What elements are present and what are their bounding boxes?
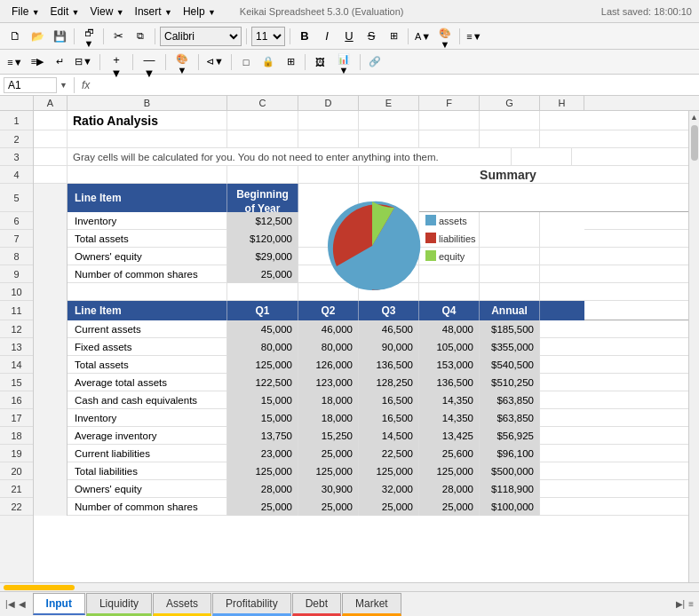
row-num-18[interactable]: 18 — [0, 427, 33, 445]
row-num-19[interactable]: 19 — [0, 445, 33, 462]
col-header-h[interactable]: H — [540, 96, 584, 110]
cell-b13[interactable]: Fixed assets — [68, 338, 227, 356]
row-num-7[interactable]: 7 — [0, 230, 33, 248]
cell-g15[interactable]: 136,500 — [419, 374, 480, 391]
cell-g1[interactable] — [480, 111, 540, 130]
cell-d19[interactable]: 23,000 — [227, 445, 298, 462]
col-header-f[interactable]: F — [419, 96, 480, 110]
cell-b9[interactable]: Number of common shares — [68, 265, 227, 283]
image-btn[interactable]: 🖼 — [310, 52, 330, 72]
cell-d4[interactable] — [298, 166, 359, 184]
cell-e17[interactable]: 18,000 — [298, 409, 359, 427]
copy-button[interactable]: ⧉ — [131, 27, 150, 46]
row-num-21[interactable]: 21 — [0, 480, 33, 498]
cell-f12[interactable]: 46,500 — [359, 320, 419, 338]
cell-f22[interactable]: 25,000 — [359, 498, 419, 516]
wrap-button[interactable]: ↵ — [50, 52, 69, 72]
bold-button[interactable]: B — [295, 27, 314, 46]
row-num-14[interactable]: 14 — [0, 356, 33, 374]
cell-a3[interactable] — [34, 148, 68, 166]
cell-b19[interactable]: Current liabilities — [68, 445, 227, 462]
cell-h15[interactable]: $510,250 — [480, 374, 540, 391]
cell-b4[interactable] — [68, 166, 227, 184]
fill-color-btn[interactable]: 🎨 ▼ — [171, 52, 194, 72]
cell-b20[interactable]: Total liabilities — [68, 462, 227, 480]
font-color-button[interactable]: A▼ — [413, 27, 433, 46]
cell-f19[interactable]: 22,500 — [359, 445, 419, 462]
cell-d14[interactable]: 125,000 — [227, 356, 298, 374]
cell-e16[interactable]: 18,000 — [298, 391, 359, 409]
font-size-select[interactable]: 11 — [251, 27, 285, 46]
cell-h21[interactable]: $118,900 — [480, 480, 540, 498]
row-num-1[interactable]: 1 — [0, 111, 33, 130]
cell-e15[interactable]: 123,000 — [298, 374, 359, 391]
col-header-d[interactable]: D — [298, 96, 359, 110]
sheet-tab-input[interactable]: Input — [33, 593, 85, 615]
cell-h20[interactable]: $500,000 — [480, 462, 540, 480]
cell-f14[interactable]: 136,500 — [359, 356, 419, 374]
vscroll-thumb[interactable] — [691, 125, 698, 161]
cell-g22[interactable]: 25,000 — [419, 498, 480, 516]
save-button[interactable]: 💾 — [50, 27, 69, 46]
cell-b17[interactable]: Inventory — [68, 409, 227, 427]
menu-insert[interactable]: Insert ▼ — [131, 4, 177, 20]
row-num-6[interactable]: 6 — [0, 212, 33, 230]
cell-h2[interactable] — [540, 130, 584, 148]
hscroll-thumb[interactable] — [4, 585, 75, 590]
cell-c4[interactable] — [227, 166, 298, 184]
cell-g17[interactable]: 14,350 — [419, 409, 480, 427]
sheet-tab-market[interactable]: Market — [342, 593, 401, 616]
cell-a1[interactable] — [34, 111, 68, 130]
row-num-15[interactable]: 15 — [0, 374, 33, 391]
cell-f18[interactable]: 14,500 — [359, 427, 419, 445]
new-button[interactable]: 🗋 — [5, 27, 25, 46]
cell-d1[interactable] — [298, 111, 359, 130]
cell-f1[interactable] — [419, 111, 480, 130]
protect-btn[interactable]: □ — [236, 52, 256, 72]
cell-b1[interactable]: Ratio Analysis — [68, 111, 227, 130]
col-header-e[interactable]: E — [359, 96, 419, 110]
cell-b16[interactable]: Cash and cash equivalents — [68, 391, 227, 409]
menu-file[interactable]: File ▼ — [7, 4, 44, 20]
cell-c8[interactable]: $29,000 — [227, 248, 298, 265]
filter-btn[interactable]: ⊲▼ — [203, 52, 226, 72]
cell-e19[interactable]: 25,000 — [298, 445, 359, 462]
cell-b15[interactable]: Average total assets — [68, 374, 227, 391]
font-name-select[interactable]: Calibri — [160, 27, 242, 46]
cell-b22[interactable]: Number of common shares — [68, 498, 227, 516]
tab-next-icon[interactable]: ▶| — [674, 597, 687, 611]
sheet-tab-profitability[interactable]: Profitability — [212, 593, 291, 616]
cell-d22[interactable]: 25,000 — [227, 498, 298, 516]
cell-ref-input[interactable] — [4, 77, 57, 93]
cell-d20[interactable]: 125,000 — [227, 462, 298, 480]
delete-button[interactable]: — ▼ — [138, 52, 161, 72]
cell-h19[interactable]: $96,100 — [480, 445, 540, 462]
row-num-20[interactable]: 20 — [0, 462, 33, 480]
cell-e18[interactable]: 15,250 — [298, 427, 359, 445]
cell-d18[interactable]: 13,750 — [227, 427, 298, 445]
cell-b21[interactable]: Owners' equity — [68, 480, 227, 498]
cell-f21[interactable]: 32,000 — [359, 480, 419, 498]
cell-h17[interactable]: $63,850 — [480, 409, 540, 427]
vscroll-up-icon[interactable]: ▲ — [690, 113, 698, 122]
merge-button[interactable]: ⊟▼ — [72, 52, 95, 72]
col-header-c[interactable]: C — [227, 96, 298, 110]
sheet-tab-debt[interactable]: Debt — [292, 593, 341, 616]
row-num-13[interactable]: 13 — [0, 338, 33, 356]
dropdown-arrow-icon[interactable]: ▼ — [57, 81, 70, 90]
row-num-16[interactable]: 16 — [0, 391, 33, 409]
col-header-b[interactable]: B — [68, 96, 227, 110]
cell-c7[interactable]: $120,000 — [227, 230, 298, 248]
cell-e2[interactable] — [359, 130, 419, 148]
cell-b7[interactable]: Total assets — [68, 230, 227, 248]
col-header-g[interactable]: G — [480, 96, 540, 110]
indent-inc-button[interactable]: ≡▶ — [28, 52, 47, 72]
row-num-8[interactable]: 8 — [0, 248, 33, 265]
formula-input[interactable] — [93, 79, 695, 91]
cell-g12[interactable]: 48,000 — [419, 320, 480, 338]
row-num-10[interactable]: 10 — [0, 283, 33, 301]
cell-g14[interactable]: 153,000 — [419, 356, 480, 374]
cell-g18[interactable]: 13,425 — [419, 427, 480, 445]
cell-h3[interactable] — [572, 148, 616, 166]
cell-e1[interactable] — [359, 111, 419, 130]
